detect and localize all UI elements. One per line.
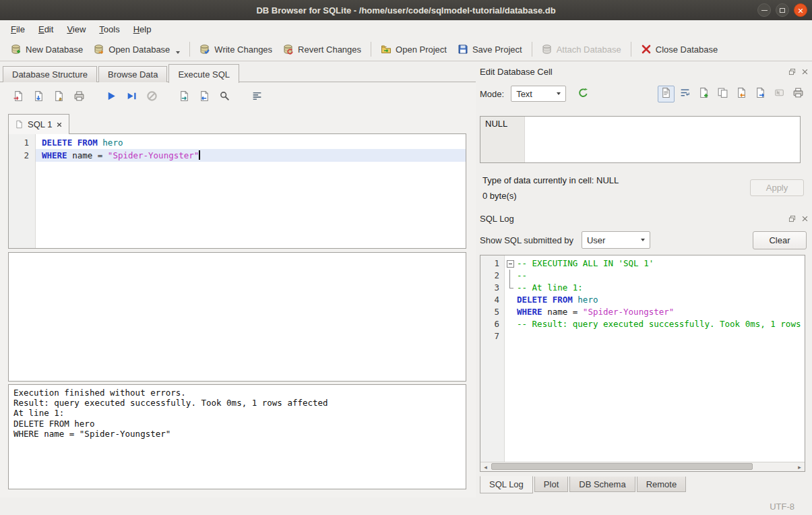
open-project-button[interactable]: Open Project [375,41,452,57]
code-line[interactable]: 1-- EXECUTING ALL IN 'SQL 1' [480,258,805,270]
menu-view[interactable]: View [60,22,92,36]
tab-remote[interactable]: Remote [637,477,687,492]
new-database-icon [11,44,22,55]
scroll-right-icon[interactable] [794,462,805,471]
toolbar-separator [371,42,371,57]
code-token: FROM [77,138,98,148]
minimize-button[interactable] [757,3,771,17]
sql-tab-label: SQL 1 [28,119,52,129]
code-line[interactable]: 5WHERE name = "Spider-Youngster" [480,306,805,318]
menu-file[interactable]: File [4,22,32,36]
stop-button [143,88,160,106]
fold-column [505,270,516,282]
tab-browse-data[interactable]: Browse Data [98,66,167,82]
line-number: 2 [480,270,505,282]
close-database-button[interactable]: Close Database [635,41,724,57]
code-line[interactable]: 1DELETE FROM hero [9,136,466,149]
fold-collapse-icon[interactable] [505,258,516,270]
revert-changes-button[interactable]: Revert Changes [278,41,367,57]
text-mode-button[interactable] [658,86,675,102]
window-controls [757,3,807,17]
code-token: name = [67,150,108,160]
results-pane[interactable] [8,252,466,382]
code-text: DELETE FROM hero [36,136,466,149]
import-sql-button[interactable] [195,88,213,106]
open-project-icon [381,44,392,55]
float-dock-button[interactable] [788,67,797,76]
import-doc-button[interactable] [733,86,750,102]
new-doc-button[interactable] [695,86,712,102]
code-text: -- [516,270,805,282]
encoding-label: UTF-8 [770,502,794,512]
line-number: 1 [9,136,36,149]
menu-help[interactable]: Help [127,22,158,36]
submitter-select[interactable]: User [582,231,650,249]
text-cursor [199,150,200,160]
open-database-button[interactable]: Open Database [88,41,185,57]
chevron-down-icon[interactable] [176,51,180,54]
save-sql-as-button[interactable] [50,88,67,106]
code-line[interactable]: 2-- [480,270,805,282]
tab-db-schema[interactable]: DB Schema [569,477,635,492]
tab-sql-log[interactable]: SQL Log [480,476,533,493]
close-icon [797,5,803,16]
sql-editor[interactable]: 1DELETE FROM hero2WHERE name = "Spider-Y… [8,133,466,249]
maximize-button[interactable] [776,3,789,17]
refresh-icon [577,87,589,100]
auto-apply-button[interactable] [574,85,592,102]
chevron-down-icon [557,92,561,95]
export-doc-button[interactable] [752,86,769,102]
tab-database-structure[interactable]: Database Structure [3,66,97,82]
cell-editor[interactable]: NULL [480,116,801,163]
word-wrap-button[interactable] [677,86,693,102]
code-line[interactable]: 3-- At line 1: [480,282,805,294]
tab-execute-sql[interactable]: Execute SQL [168,64,239,83]
code-text: DELETE FROM hero [516,294,805,306]
statusbar: UTF-8 [0,497,812,515]
attach-database-icon [542,44,553,55]
save-sql-file-button[interactable] [30,88,47,106]
new-database-button[interactable]: New Database [5,41,88,57]
execute-all-button[interactable] [102,88,120,106]
copy-doc-button[interactable] [714,86,731,102]
revert-changes-icon [283,44,294,55]
code-line[interactable]: 7 [480,330,805,342]
tab-plot[interactable]: Plot [534,477,568,492]
export-sql-button[interactable] [175,88,193,106]
code-line[interactable]: 6-- Result: query executed successfully.… [480,318,805,330]
open-sql-file-button[interactable] [9,88,27,106]
close-dock-button[interactable] [801,67,809,76]
print-cell-button[interactable] [790,86,807,102]
save-project-button[interactable]: Save Project [452,41,528,57]
code-line[interactable]: 2WHERE name = "Spider-Youngster" [9,149,466,162]
sql-log-view[interactable]: 1-- EXECUTING ALL IN 'SQL 1'2--3-- At li… [480,255,805,472]
apply-button[interactable]: Apply [750,179,804,196]
scroll-left-icon[interactable] [480,462,491,471]
write-changes-button[interactable]: Write Changes [194,41,278,57]
print-button[interactable] [70,88,88,106]
float-dock-button[interactable] [788,214,797,223]
titlebar[interactable]: DB Browser for SQLite - /home/user/code/… [0,0,812,20]
message-line: At line 1: [13,408,461,418]
mode-select[interactable]: Text [511,86,566,102]
menu-edit[interactable]: Edit [32,22,60,36]
sql-tab[interactable]: SQL 1 [8,114,69,134]
close-tab-icon[interactable] [56,121,63,128]
code-line[interactable]: 4DELETE FROM hero [480,294,805,306]
save-project-icon [458,44,468,55]
clear-button[interactable]: Clear [753,231,807,249]
close-button[interactable] [794,3,807,17]
format-button[interactable] [248,88,266,106]
close-dock-icon [801,215,809,222]
execute-line-button[interactable] [123,88,140,106]
right-panel: Edit Database Cell Mode: Text NULL Type … [476,63,812,497]
code-token: hero [102,138,123,148]
find-replace-button[interactable] [216,88,233,106]
scrollbar-thumb[interactable] [491,463,753,470]
maximize-icon [780,8,785,13]
horizontal-scrollbar[interactable] [480,462,805,471]
mode-label: Mode: [480,89,504,99]
close-dock-button[interactable] [801,214,809,223]
menu-tools[interactable]: Tools [92,22,126,36]
scrollbar-track[interactable] [491,462,794,471]
